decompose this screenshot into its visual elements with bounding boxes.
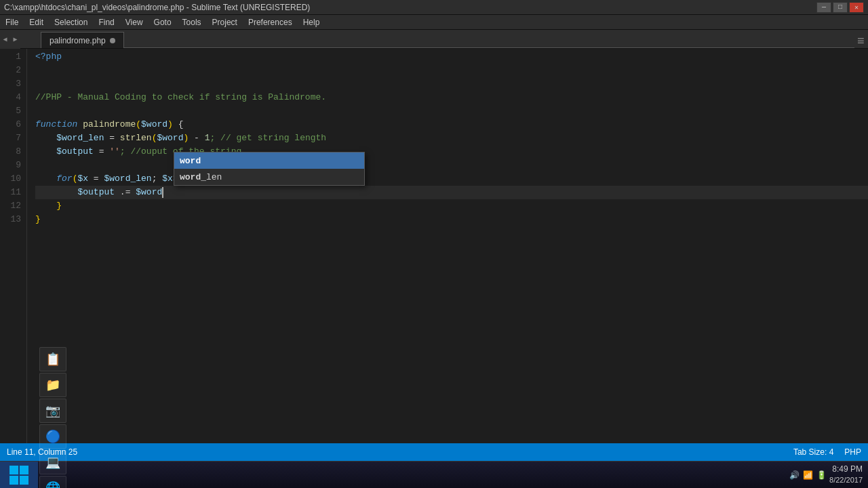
line-num-9: 9	[0, 159, 21, 172]
tab-size: Tab Size: 4	[793, 447, 833, 457]
line-num-11: 11	[0, 186, 21, 199]
code-line-4: //PHP - Manual Coding to check if string…	[35, 91, 868, 104]
start-button[interactable]	[0, 462, 38, 489]
menu-item-selection[interactable]: Selection	[49, 15, 93, 29]
line-num-6: 6	[0, 118, 21, 131]
code-line-9	[35, 159, 868, 172]
code-line-6: function palindrome($word) {	[35, 118, 868, 131]
taskbar-app-2[interactable]: 📷	[39, 399, 66, 423]
line-num-12: 12	[0, 199, 21, 213]
menu-item-goto[interactable]: Goto	[149, 15, 177, 29]
tab-bar: ◀ ▶ palindrome.php ≡	[0, 30, 868, 49]
svg-rect-2	[9, 476, 18, 485]
svg-rect-0	[9, 466, 18, 474]
text-cursor	[162, 187, 163, 198]
menu-item-preferences[interactable]: Preferences	[243, 15, 298, 29]
title-text: C:\xampp\htdocs\chani_pl_videos\palindro…	[4, 3, 310, 12]
title-bar: C:\xampp\htdocs\chani_pl_videos\palindro…	[0, 0, 868, 15]
autocomplete-item-0[interactable]: word	[174, 152, 364, 169]
autocomplete-dropdown: wordword_len	[174, 152, 365, 186]
line-num-4: 4	[0, 91, 21, 104]
line-num-8: 8	[0, 145, 21, 159]
code-line-8: $output = ''; //ouput of the string	[35, 145, 868, 159]
line-num-1: 1	[0, 50, 21, 64]
close-button[interactable]: ✕	[849, 2, 864, 13]
taskbar-app-3[interactable]: 🔵	[39, 424, 66, 449]
menu-bar: FileEditSelectionFindViewGotoToolsProjec…	[0, 15, 868, 30]
tray-network-icon[interactable]: 📶	[802, 470, 813, 481]
svg-rect-3	[20, 476, 28, 485]
menu-item-view[interactable]: View	[120, 15, 149, 29]
line-num-5: 5	[0, 104, 21, 118]
tray-power-icon[interactable]: 🔋	[816, 470, 827, 481]
system-tray: 🔊 📶 🔋 8:49 PM 8/22/2017	[783, 464, 868, 485]
tab-palindrome[interactable]: palindrome.php	[41, 32, 124, 48]
nav-prev-arrow[interactable]: ◀	[0, 30, 10, 49]
code-line-10: for($x = $word_len; $x>=0; $x--) {	[35, 172, 868, 186]
maximize-button[interactable]: □	[833, 2, 848, 13]
sidebar-toggle[interactable]: ≡	[854, 35, 868, 48]
menu-item-file[interactable]: File	[0, 15, 24, 29]
menu-item-tools[interactable]: Tools	[177, 15, 207, 29]
taskbar-items: 📋📁📷🔵💻🌐🦊📦🔲📁	[38, 346, 68, 489]
code-area[interactable]: <?php //PHP - Manual Coding to check if …	[27, 49, 868, 470]
clock-time: 8:49 PM	[829, 464, 863, 475]
menu-item-project[interactable]: Project	[207, 15, 243, 29]
svg-rect-1	[20, 466, 28, 474]
taskbar-app-5[interactable]: 🌐	[39, 476, 66, 489]
code-line-7: $word_len = strlen($word) - 1; // get st…	[35, 131, 868, 145]
tray-speaker-icon[interactable]: 🔊	[789, 470, 800, 481]
code-line-5	[35, 104, 868, 118]
menu-item-help[interactable]: Help	[298, 15, 326, 29]
taskbar: 📋📁📷🔵💻🌐🦊📦🔲📁 🔊 📶 🔋 8:49 PM 8/22/2017	[0, 461, 868, 488]
clock-date: 8/22/2017	[829, 475, 863, 485]
windows-logo-icon	[9, 465, 29, 485]
editor: 12345678910111213 <?php //PHP - Manual C…	[0, 49, 868, 470]
tab-dirty-indicator	[110, 38, 115, 43]
taskbar-app-0[interactable]: 📋	[39, 347, 66, 371]
line-num-10: 10	[0, 172, 21, 186]
menu-item-edit[interactable]: Edit	[24, 15, 49, 29]
status-right: Tab Size: 4 PHP	[793, 447, 861, 457]
line-num-13: 13	[0, 213, 21, 226]
code-line-12: }	[35, 199, 868, 213]
status-bar: Line 11, Column 25 Tab Size: 4 PHP	[0, 443, 868, 461]
tab-label: palindrome.php	[50, 36, 106, 45]
code-line-2	[35, 64, 868, 77]
code-line-11: $output .= $word	[35, 186, 868, 199]
nav-next-arrow[interactable]: ▶	[10, 30, 20, 49]
code-line-3	[35, 77, 868, 91]
line-num-3: 3	[0, 77, 21, 91]
code-line-13: }	[35, 213, 868, 226]
line-num-2: 2	[0, 64, 21, 77]
title-controls: — □ ✕	[816, 2, 864, 13]
code-line-1: <?php	[35, 50, 868, 64]
clock: 8:49 PM 8/22/2017	[829, 464, 863, 485]
autocomplete-item-1[interactable]: word_len	[174, 169, 364, 185]
taskbar-app-4[interactable]: 💻	[39, 450, 66, 474]
minimize-button[interactable]: —	[816, 2, 831, 13]
language: PHP	[844, 447, 861, 457]
line-numbers: 12345678910111213	[0, 49, 27, 470]
line-num-7: 7	[0, 131, 21, 145]
taskbar-app-1[interactable]: 📁	[39, 373, 66, 397]
menu-item-find[interactable]: Find	[93, 15, 119, 29]
